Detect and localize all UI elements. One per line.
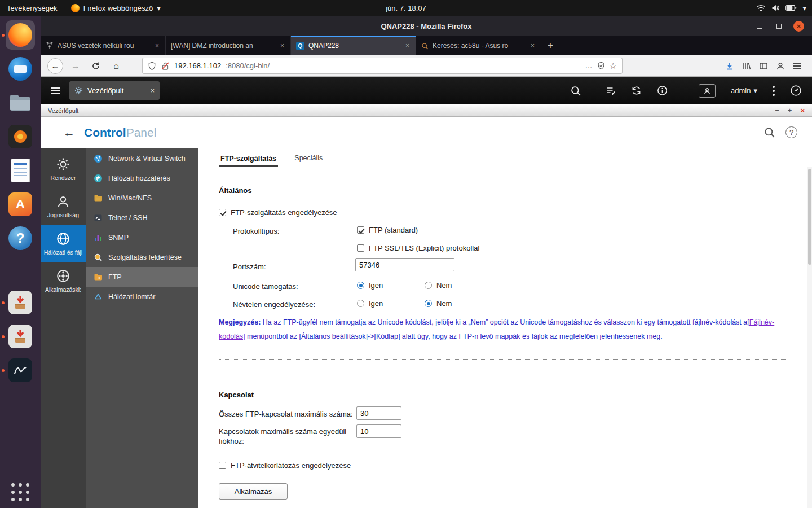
section-connection: Kapcsolat	[219, 391, 254, 399]
browser-tab-search[interactable]: Keresés: ac58u - Asus ro ×	[416, 36, 541, 55]
port-input[interactable]	[355, 258, 454, 271]
enable-limit-checkbox[interactable]	[219, 462, 226, 469]
user-icon[interactable]	[699, 84, 716, 98]
dock-item-media[interactable]	[6, 122, 35, 151]
app-close-icon[interactable]: ×	[800, 106, 805, 115]
activities-button[interactable]: Tevékenységek	[0, 0, 64, 16]
minimize-button[interactable]	[754, 21, 765, 32]
unicode-yes-option[interactable]: Igen	[357, 281, 383, 290]
sidebar-item-privilege[interactable]: Jogosultság	[41, 188, 86, 225]
system-status-area[interactable]: ▾	[751, 0, 812, 16]
help-icon[interactable]: ?	[785, 126, 797, 138]
browser-tab-dmz[interactable]: [WAN] DMZ introduction an ×	[166, 36, 291, 55]
dock-item-ubuntu-software[interactable]: A	[6, 190, 35, 219]
menu-item-telnet-ssh[interactable]: Telnet / SSH	[86, 208, 198, 227]
dock-item-dark-app[interactable]	[6, 356, 35, 385]
app-minimize-icon[interactable]: −	[775, 106, 779, 115]
library-icon[interactable]	[742, 62, 751, 71]
protocol-ssl-row[interactable]: FTP SSL/TLS (Explicit) protokollal	[357, 244, 479, 252]
tab-advanced[interactable]: Speciális	[293, 154, 324, 167]
downloads-icon[interactable]	[725, 62, 734, 71]
tab-ftp-service[interactable]: FTP-szolgáltatás	[219, 155, 278, 167]
app-menu[interactable]: Firefox webböngésző ▾	[64, 0, 167, 16]
scrollbar-thumb[interactable]	[808, 169, 811, 265]
menu-item-network-virtual-switch[interactable]: Network & Virtual Switch	[86, 148, 198, 168]
sidebar-item-system[interactable]: Rendszer	[41, 151, 86, 188]
main-menu-icon[interactable]	[51, 87, 60, 94]
anonymous-no-radio[interactable]	[425, 300, 432, 307]
menu-item-network-recycle-bin[interactable]: Hálózati lomtár	[86, 287, 198, 306]
clock[interactable]: jún. 7. 18:07	[379, 0, 433, 16]
dock-item-help[interactable]: ?	[6, 224, 35, 253]
menu-item-snmp[interactable]: SNMP	[86, 227, 198, 247]
browser-tab-qnap[interactable]: Q QNAP228 ×	[291, 36, 416, 55]
forward-button[interactable]: →	[68, 58, 83, 74]
external-device-icon[interactable]	[631, 85, 642, 96]
new-tab-button[interactable]: +	[541, 36, 559, 55]
info-icon[interactable]	[657, 85, 668, 96]
menu-item-service-discovery[interactable]: Szolgáltatás felderítése	[86, 247, 198, 267]
enable-ftp-checkbox-row[interactable]: FTP-szolgáltatás engedélyezése	[219, 208, 337, 217]
tracking-shield-icon[interactable]	[148, 62, 156, 71]
max-connections-input[interactable]	[356, 406, 401, 420]
url-bar[interactable]: 192.168.1.102:8080/cgi-bin/ … ☆	[142, 58, 623, 74]
scrollbar[interactable]	[807, 167, 812, 508]
reload-button[interactable]	[88, 58, 104, 74]
menu-item-network-access[interactable]: Hálózati hozzáférés	[86, 168, 198, 188]
tab-close-icon[interactable]: ×	[154, 42, 160, 50]
protocol-ssl-checkbox[interactable]	[357, 244, 364, 252]
menu-icon[interactable]	[793, 63, 801, 69]
anonymous-yes-option[interactable]: Igen	[357, 299, 383, 308]
bookmark-star-icon[interactable]: ☆	[610, 61, 617, 71]
window-titlebar[interactable]: QNAP228 - Mozilla Firefox ×	[41, 16, 812, 36]
folder-icon	[9, 93, 32, 112]
protocol-standard-row[interactable]: FTP (standard)	[357, 226, 418, 234]
search-icon[interactable]	[570, 85, 581, 97]
task-tab-close-icon[interactable]: ×	[151, 87, 155, 95]
dock-item-package-installer[interactable]	[6, 288, 35, 317]
tab-close-icon[interactable]: ×	[529, 42, 536, 50]
enable-limit-row[interactable]: FTP-átvitelkorlátozás engedélyezése	[219, 461, 351, 470]
browser-tab-asus[interactable]: ASUS vezeték nélküli rou ×	[41, 36, 166, 55]
dock-item-package-installer-2[interactable]	[6, 322, 35, 351]
app-window-bar[interactable]: Vezérlőpult − + ×	[41, 104, 812, 117]
back-arrow-icon[interactable]: ←	[63, 126, 75, 139]
unicode-yes-radio[interactable]	[357, 282, 364, 289]
close-button[interactable]: ×	[793, 21, 804, 32]
insecure-lock-icon[interactable]	[161, 62, 170, 71]
sidebar-item-applications[interactable]: Alkalmazáski:	[41, 262, 86, 300]
show-applications-button[interactable]	[0, 483, 41, 501]
search-icon[interactable]	[764, 126, 775, 138]
permissions-shield-icon[interactable]	[597, 62, 605, 70]
app-maximize-icon[interactable]: +	[788, 106, 792, 115]
anonymous-no-option[interactable]: Nem	[425, 299, 452, 308]
sidebar-toggle-icon[interactable]	[759, 62, 768, 71]
dock-item-documents[interactable]	[6, 156, 35, 185]
dock-item-thunderbird[interactable]	[6, 54, 35, 84]
maximize-button[interactable]	[774, 21, 784, 32]
unicode-no-option[interactable]: Nem	[425, 281, 452, 290]
menu-item-win-mac-nfs[interactable]: Win/Mac/NFS	[86, 188, 198, 208]
more-options-icon[interactable]	[773, 86, 775, 96]
navigation-toolbar: ← → ⌂ 192.168.1.102:8080/cgi-bin/ … ☆	[41, 55, 812, 77]
dashboard-gauge-icon[interactable]	[790, 85, 802, 97]
admin-menu[interactable]: admin▾	[731, 86, 757, 95]
enable-ftp-checkbox[interactable]	[219, 209, 226, 216]
apply-button[interactable]: Alkalmazás	[219, 483, 288, 500]
home-button[interactable]: ⌂	[108, 58, 124, 74]
page-actions-icon[interactable]: …	[585, 62, 593, 70]
control-panel-task-tab[interactable]: Vezérlőpult ×	[69, 81, 160, 100]
max-per-account-input[interactable]	[356, 424, 401, 438]
dock-item-firefox[interactable]	[6, 20, 35, 50]
anonymous-yes-radio[interactable]	[357, 300, 364, 307]
dock-item-files[interactable]	[6, 88, 35, 117]
sidebar-item-network-file[interactable]: Hálózati és fájl	[41, 225, 86, 262]
protocol-standard-checkbox[interactable]	[357, 226, 364, 234]
menu-item-ftp[interactable]: FTP	[86, 267, 198, 287]
tab-close-icon[interactable]: ×	[279, 42, 285, 50]
account-icon[interactable]	[776, 62, 785, 71]
unicode-no-radio[interactable]	[425, 282, 432, 289]
background-tasks-icon[interactable]	[606, 86, 616, 96]
back-button[interactable]: ←	[47, 58, 63, 74]
tab-close-icon[interactable]: ×	[404, 42, 411, 50]
